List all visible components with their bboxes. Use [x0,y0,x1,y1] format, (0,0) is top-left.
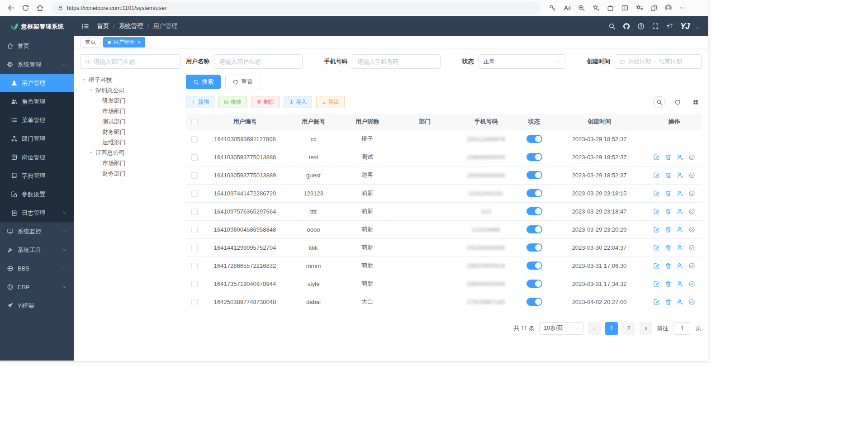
reset-password-button[interactable] [677,172,684,179]
assign-role-button[interactable] [688,299,696,305]
status-toggle[interactable] [526,189,542,197]
tag-view-tab[interactable]: 首页 [81,37,100,48]
sidebar-item-system-mgmt[interactable]: 系统管理 [0,55,74,74]
sidebar-item-bbs[interactable]: BBS [0,259,74,278]
sidebar-item-user-mgmt[interactable]: 用户管理 [0,74,74,92]
edit-row-button[interactable] [653,172,660,179]
read-aloud-button[interactable] [560,2,574,14]
question-button[interactable] [637,22,645,30]
status-toggle[interactable] [526,243,542,252]
search-button[interactable] [608,22,616,30]
row-checkbox[interactable] [191,209,198,215]
reset-password-button[interactable] [677,154,684,161]
assign-role-button[interactable] [688,208,696,215]
fullscreen-button[interactable] [651,22,659,30]
assign-role-button[interactable] [688,172,696,179]
reset-password-button[interactable] [677,190,684,197]
row-checkbox[interactable] [191,154,198,161]
zoom-out-button[interactable] [574,2,588,14]
reset-password-button[interactable] [677,226,684,233]
delete-row-button[interactable] [665,172,672,179]
assign-role-button[interactable] [688,280,696,287]
next-page-button[interactable] [640,322,652,335]
refresh-button[interactable] [671,96,683,108]
delete-row-button[interactable] [665,226,672,233]
breadcrumb-item[interactable]: 系统管理 [119,22,143,30]
row-checkbox[interactable] [191,299,198,305]
sidebar-item-log-mgmt[interactable]: 日志管理 [0,204,74,222]
tree-node[interactable]: 橙子科技 [80,75,180,85]
tree-node[interactable]: 研发部门 [80,95,180,106]
delete-row-button[interactable] [665,190,672,197]
delete-row-button[interactable] [665,299,672,305]
delete-button[interactable]: 删除 [251,96,280,108]
edit-row-button[interactable] [653,190,660,197]
status-toggle[interactable] [526,207,542,215]
page-size-select[interactable]: 10条/页 [539,322,583,335]
tree-node[interactable]: 市场部门 [80,106,180,116]
phone-input[interactable] [352,54,441,69]
tree-node[interactable]: 财务部门 [80,168,180,179]
sidebar-item-param-settings[interactable]: 参数设置 [0,185,74,204]
row-checkbox[interactable] [191,190,198,197]
sidebar-item-system-monitor[interactable]: 系统监控 [0,222,74,241]
goto-page-input[interactable] [673,322,691,335]
browser-home-button[interactable] [33,2,47,14]
sidebar-collapse-button[interactable] [81,22,90,30]
sidebar-item-dept-mgmt[interactable]: 部门管理 [0,129,74,148]
add-button[interactable]: 新增 [186,96,214,108]
status-toggle[interactable] [526,135,542,143]
modify-button[interactable]: 修改 [218,96,247,108]
edit-row-button[interactable] [653,226,660,233]
delete-row-button[interactable] [665,280,672,287]
export-button[interactable]: 导出 [316,96,345,108]
edit-row-button[interactable] [653,154,660,161]
tree-node[interactable]: 运维部门 [80,137,180,147]
reset-password-button[interactable] [677,244,684,251]
tree-node[interactable]: 江西总公司 [80,147,180,158]
tree-node[interactable]: 深圳总公司 [80,85,180,95]
copilot-button[interactable] [690,2,704,14]
profile-avatar-button[interactable] [661,2,675,14]
edit-row-button[interactable] [653,244,660,251]
status-select[interactable]: 正常 [479,54,565,69]
search-button[interactable]: 搜索 [186,75,221,89]
tree-node[interactable]: 财务部门 [80,127,180,137]
status-toggle[interactable] [526,280,542,288]
reset-password-button[interactable] [677,280,684,287]
more-button[interactable] [675,2,690,14]
page-button-1[interactable]: 1 [605,322,618,335]
edit-row-button[interactable] [653,280,660,287]
user-avatar-logo[interactable]: YJ [680,22,689,31]
sidebar-item-menu-mgmt[interactable]: 菜单管理 [0,111,74,129]
row-checkbox[interactable] [191,263,198,269]
sidebar-item-system-tools[interactable]: 系统工具 [0,241,74,259]
page-button-2[interactable]: 2 [622,322,635,335]
tag-view-tab[interactable]: 用户管理× [103,37,145,48]
row-checkbox[interactable] [191,227,198,233]
address-bar[interactable]: https://ccnetcore.com:1101/system/user [52,2,541,14]
sidebar-item-yi-framework[interactable]: Yi框架 [0,296,74,315]
edit-row-button[interactable] [653,208,660,215]
import-button[interactable]: 导入 [284,96,312,108]
sidebar-item-dict-mgmt[interactable]: 字典管理 [0,166,74,185]
assign-role-button[interactable] [688,262,696,269]
date-range-picker[interactable]: 开始日期 - 结束日期 [615,54,702,69]
assign-role-button[interactable] [688,190,696,197]
delete-row-button[interactable] [665,208,672,215]
reset-password-button[interactable] [677,262,684,269]
tree-node[interactable]: 市场部门 [80,158,180,168]
back-button[interactable] [4,2,18,14]
status-toggle[interactable] [526,225,542,233]
status-toggle[interactable] [526,171,542,179]
column-settings-button[interactable] [689,96,702,108]
assign-role-button[interactable] [688,226,696,233]
sidebar-item-role-mgmt[interactable]: 角色管理 [0,92,74,111]
github-button[interactable] [622,22,631,30]
select-all-checkbox[interactable] [191,119,198,125]
delete-row-button[interactable] [665,262,672,269]
collections-button[interactable] [646,2,661,14]
sidebar-item-home[interactable]: 首页 [0,37,74,55]
dept-search-input[interactable] [94,58,176,65]
search-toggle-button[interactable] [653,96,665,108]
